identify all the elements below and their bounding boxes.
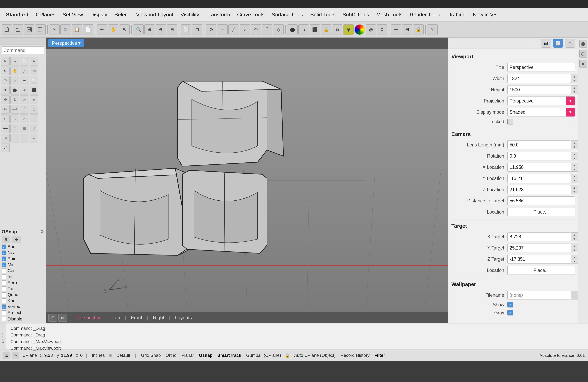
zloc-spinner-up[interactable]: ▲ [571, 185, 578, 190]
menu-mesh-tools[interactable]: Mesh Tools [373, 10, 406, 19]
tab-layouts[interactable]: Layouts... [171, 314, 200, 322]
status-cplane[interactable]: CPlane [21, 352, 38, 359]
tool-text[interactable]: T [10, 124, 19, 133]
filename-browse-btn[interactable]: ... [571, 291, 578, 300]
rotation-spinner-down[interactable]: ▼ [571, 156, 578, 160]
status-filter[interactable]: Filter [373, 352, 387, 359]
toolbar-lock2[interactable]: 🔓 [413, 24, 424, 35]
ytarget-input[interactable] [507, 244, 571, 252]
menu-drafting[interactable]: Drafting [444, 10, 469, 19]
toolbar-open[interactable] [13, 24, 23, 35]
tool-boolean-int[interactable]: ∩ [20, 115, 29, 123]
width-input[interactable] [507, 74, 571, 83]
rotation-input[interactable] [507, 152, 571, 160]
toolbar-gumball[interactable]: ✛ [391, 24, 401, 35]
osnap-project-checkbox[interactable] [1, 310, 6, 315]
viewport-square-icon[interactable]: ▭ [58, 314, 67, 322]
toolbar-material[interactable]: ◉ [343, 24, 354, 35]
osnap-knot-checkbox[interactable] [1, 299, 6, 303]
xtarget-spinner[interactable]: ▲ ▼ [571, 232, 578, 241]
tool-scale[interactable]: ⤢ [20, 95, 29, 104]
menu-standard[interactable]: Standard [2, 10, 32, 19]
tool-select-box[interactable]: ⬜ [20, 57, 29, 66]
tab-top[interactable]: Top [108, 314, 124, 322]
menu-viewport-layout[interactable]: Viewport Layout [133, 10, 177, 19]
width-spinner-up[interactable]: ▲ [571, 74, 578, 78]
menu-solid-tools[interactable]: Solid Tools [307, 10, 339, 19]
osnap-perp-checkbox[interactable] [1, 281, 6, 285]
rpanel-camera-btn[interactable]: 📷 [541, 39, 551, 48]
osnap-gear-icon[interactable]: ⚙ [40, 229, 44, 234]
tool-pan[interactable]: ✋ [10, 67, 19, 75]
toolbar-snap[interactable]: ⊙ [206, 24, 216, 35]
tool-array[interactable]: ⋮ [10, 134, 19, 142]
xtarget-spinner-up[interactable]: ▲ [571, 232, 578, 237]
toolbar-undo[interactable]: ↩ [97, 24, 107, 35]
ztarget-spinner-up[interactable]: ▲ [571, 255, 578, 259]
yloc-spinner-down[interactable]: ▼ [571, 178, 578, 183]
tab-front[interactable]: Front [127, 314, 146, 322]
status-auto-cplane[interactable]: Auto CPlane (Object) [293, 352, 337, 359]
toolbar-wireframe[interactable]: ⬜ [181, 24, 191, 35]
osnap-disable-checkbox[interactable] [1, 317, 6, 321]
rotation-spinner-up[interactable]: ▲ [571, 152, 578, 156]
osnap-vertex-checkbox[interactable] [1, 305, 6, 309]
tool-box2[interactable]: ⬛ [30, 86, 38, 95]
locked-checkbox[interactable] [507, 119, 513, 124]
zloc-spinner[interactable]: ▲ ▼ [571, 185, 578, 194]
toolbar-layer[interactable]: ⧉ [332, 24, 342, 35]
tool-boolean-union[interactable]: ∪ [1, 115, 10, 123]
height-spinner-up[interactable]: ▲ [571, 86, 578, 90]
gray-checkbox[interactable]: ✓ [507, 310, 513, 315]
projection-dropdown[interactable]: Perspective [507, 96, 566, 105]
tool-leader[interactable]: ↗ [30, 124, 38, 133]
toolbar-cut[interactable]: ✂ [49, 24, 60, 35]
toolbar-zoomall[interactable]: ⊞ [167, 24, 177, 35]
ztarget-input[interactable] [507, 255, 571, 264]
toolbar-lock[interactable]: 🔒 [321, 24, 331, 35]
status-osnap[interactable]: Osnap [197, 352, 214, 359]
viewport-grid-icon[interactable]: ⊞ [48, 314, 57, 322]
height-spinner[interactable]: ▲ ▼ [571, 85, 578, 94]
xloc-spinner-down[interactable]: ▼ [571, 167, 578, 172]
osnap-tan-checkbox[interactable] [1, 286, 6, 291]
status-icon-1[interactable]: ☰ [3, 352, 10, 359]
tab-right[interactable]: Right [149, 314, 168, 322]
toolbar-copy[interactable]: ⧉ [60, 24, 71, 35]
menu-new-v8[interactable]: New in V8 [469, 10, 500, 19]
toolbar-point[interactable]: · [217, 24, 228, 35]
viewport-perspective-dropdown[interactable]: Perspective ▾ [48, 39, 84, 47]
tool-extrude[interactable]: ⬆ [1, 86, 10, 95]
tool-grid2[interactable]: ⊞ [1, 134, 10, 142]
status-units[interactable]: Inches [90, 352, 106, 359]
menu-subd-tools[interactable]: SubD Tools [339, 10, 373, 19]
tool-orbit[interactable]: ↻ [1, 67, 10, 75]
far-right-btn-1[interactable]: ⬤ [579, 40, 587, 48]
tool-circle[interactable]: ○ [10, 76, 19, 85]
yloc-input[interactable] [507, 174, 571, 183]
toolbar-circle[interactable]: ○ [240, 24, 250, 35]
osnap-end-checkbox[interactable] [1, 245, 6, 249]
toolbar-render[interactable]: ◎ [366, 24, 376, 35]
projection-dropdown-btn[interactable]: ▼ [566, 96, 575, 105]
tool-select-lasso[interactable]: ⤷ [30, 57, 38, 66]
lens-spinner[interactable]: ▲ ▼ [571, 140, 578, 149]
menu-surface-tools[interactable]: Surface Tools [268, 10, 307, 19]
lens-spinner-down[interactable]: ▼ [571, 145, 578, 149]
yloc-spinner-up[interactable]: ▲ [571, 174, 578, 178]
toolbar-box[interactable]: ⬛ [310, 24, 320, 35]
xtarget-input[interactable] [507, 232, 571, 241]
cam-place-btn[interactable]: Place... [507, 208, 575, 216]
ytarget-spinner-up[interactable]: ▲ [571, 244, 578, 248]
filename-input[interactable] [507, 291, 571, 300]
tool-freeform[interactable]: ∿ [20, 76, 29, 85]
far-right-btn-2[interactable]: ◯ [579, 50, 587, 57]
osnap-mid-checkbox[interactable] [1, 263, 6, 267]
tool-rotate[interactable]: ↻ [10, 95, 19, 104]
status-planar[interactable]: Planar [180, 352, 196, 359]
toolbar-line[interactable]: ╱ [228, 24, 239, 35]
tool-fillet2[interactable]: ⌒ [20, 105, 29, 114]
tool-arc[interactable]: ◠ [1, 76, 10, 85]
toolbar-zoomin[interactable]: ⊕ [144, 24, 155, 35]
zloc-input[interactable] [507, 185, 571, 194]
